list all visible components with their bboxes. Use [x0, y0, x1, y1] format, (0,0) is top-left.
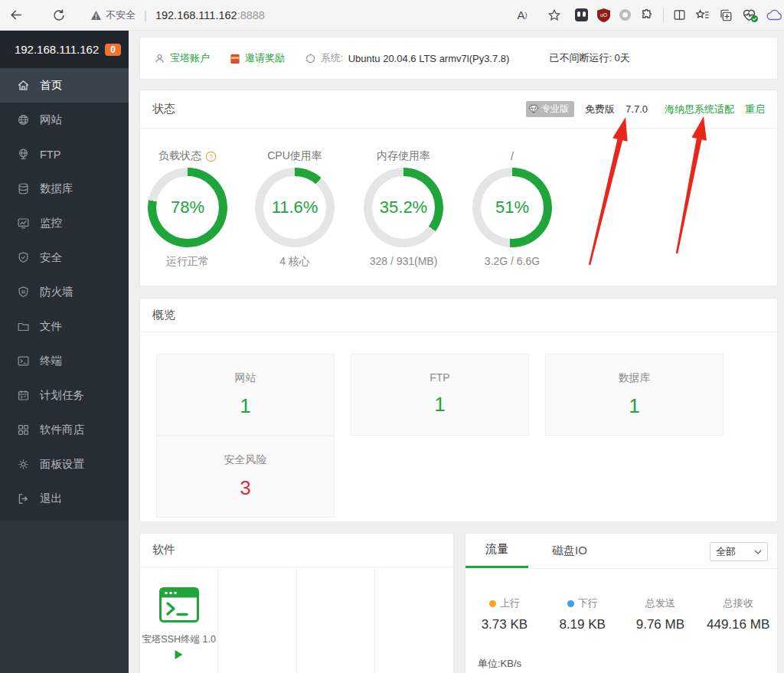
system-value: Ubuntu 20.04.6 LTS armv7l(Py3.7.8): [348, 53, 510, 64]
overview-grid: 网站 1 FTP 1 数据库 1 安全风险 3: [156, 354, 777, 518]
software-empty-cell: [218, 567, 296, 673]
gauge-label: 内存使用率: [377, 149, 430, 163]
ublock-icon[interactable]: uO: [597, 8, 610, 22]
bt-panel-dashboard: { "browser": { "security_label": "不安全", …: [0, 0, 784, 673]
sidebar-item-label: 监控: [40, 216, 62, 230]
gauge-sub: 运行正常: [140, 255, 235, 269]
extension-ring-icon[interactable]: [619, 9, 631, 21]
gauge-value: 78%: [171, 198, 204, 217]
gauge-ring: 51%: [472, 168, 552, 247]
database-icon: [17, 182, 30, 195]
traffic-tabs: 流量 磁盘IO 全部: [466, 534, 777, 569]
gauge-sub: 4 核心: [247, 255, 342, 269]
server-ip-row[interactable]: 192.168.111.162 0: [0, 31, 129, 68]
sidebar-item-home[interactable]: 首页: [0, 68, 129, 103]
invite-reward-link[interactable]: 邀请奖励: [230, 51, 285, 65]
message-count-badge[interactable]: 0: [105, 44, 121, 56]
software-card: 软件 宝塔SSH终端 1.0: [139, 533, 454, 673]
globe-icon: [17, 113, 30, 126]
split-screen-icon[interactable]: [673, 8, 686, 21]
overview-label: 数据库: [546, 371, 723, 385]
sidebar-item-security[interactable]: 安全: [0, 240, 129, 275]
stat-value: 449.16 MB: [699, 617, 777, 632]
browser-essentials-icon[interactable]: [742, 8, 756, 21]
sidebar-item-label: 首页: [40, 78, 62, 93]
sidebar-item-logout[interactable]: 退出: [0, 482, 129, 516]
address-bar[interactable]: 不安全 | 192.168.111.162:8888: [90, 8, 511, 22]
sidebar-item-ftp[interactable]: FTP: [0, 137, 129, 172]
sidebar: 192.168.111.162 0 首页 网站 FTP 数据库 监控 安全: [0, 31, 129, 673]
overview-value: 1: [546, 394, 723, 418]
pro-version-badge[interactable]: 专业版: [526, 101, 574, 117]
sidebar-item-files[interactable]: 文件: [0, 309, 129, 344]
firewall-shield-icon: [17, 286, 30, 299]
sidebar-item-label: 安全: [40, 250, 62, 265]
sidebar-item-terminal[interactable]: 终端: [0, 344, 129, 378]
url-text[interactable]: 192.168.111.162:8888: [155, 9, 265, 21]
overview-card-security-risk[interactable]: 安全风险 3: [156, 436, 335, 518]
sidebar-item-label: 计划任务: [40, 388, 84, 403]
collections-icon[interactable]: [719, 8, 733, 22]
tab-traffic[interactable]: 流量: [466, 533, 528, 568]
help-icon[interactable]: ?: [205, 151, 217, 162]
gauge-load: 负载状态 ? 78% 运行正常: [140, 149, 235, 269]
sidebar-item-cron[interactable]: 计划任务: [0, 378, 129, 413]
sidebar-item-website[interactable]: 网站: [0, 103, 129, 137]
bt-account-link[interactable]: 宝塔账户: [154, 51, 210, 65]
overview-card-website[interactable]: 网站 1: [156, 354, 335, 436]
traffic-filter-select[interactable]: 全部: [710, 542, 768, 561]
back-icon[interactable]: [5, 4, 28, 27]
stat-value: 9.76 MB: [622, 617, 700, 632]
system-info: 系统: Ubuntu 20.04.6 LTS armv7l(Py3.7.8): [305, 51, 509, 65]
software-empty-cell: [375, 567, 453, 673]
sidebar-item-appstore[interactable]: 软件商店: [0, 413, 129, 447]
read-aloud-icon[interactable]: A): [511, 4, 534, 27]
status-card: 状态 专业版 免费版 7.7.0 海纳思系统适配 重启 负载状态 ? 78% 运…: [139, 90, 778, 286]
edition-label: 免费版: [585, 103, 615, 116]
tab-disk-io[interactable]: 磁盘IO: [528, 533, 611, 568]
overview-card-database[interactable]: 数据库 1: [545, 354, 724, 436]
sidebar-item-monitor[interactable]: 监控: [0, 206, 129, 240]
cloud-icon[interactable]: [766, 9, 782, 21]
overview-card: 概览 网站 1 FTP 1 数据库 1 安全风险 3: [139, 298, 778, 522]
version-number: 7.7.0: [626, 103, 648, 115]
favorite-star-icon[interactable]: [543, 4, 566, 27]
extension-dark-icon[interactable]: [575, 8, 588, 21]
software-item-ssh-terminal[interactable]: 宝塔SSH终端 1.0: [140, 567, 218, 673]
stat-downstream: 下行 8.19 KB: [544, 596, 622, 632]
sidebar-item-label: 网站: [40, 113, 62, 127]
refresh-icon[interactable]: [47, 4, 70, 27]
server-monitor-icon: [8, 43, 8, 57]
gauge-sub: 3.2G / 6.6G: [465, 255, 560, 267]
uptime-text: 已不间断运行: 0天: [549, 51, 629, 65]
sidebar-item-database[interactable]: 数据库: [0, 172, 129, 206]
folder-icon: [17, 320, 30, 333]
site-security[interactable]: 不安全: [90, 8, 136, 22]
hinas-adapt-link[interactable]: 海纳思系统适配: [665, 103, 734, 116]
favorites-bar-icon[interactable]: [695, 8, 710, 21]
user-icon: [154, 53, 165, 64]
gauge-cpu: CPU使用率 11.6% 4 核心: [247, 149, 342, 269]
overview-card-ftp[interactable]: FTP 1: [351, 354, 529, 436]
gauge-ring: 78%: [148, 168, 227, 247]
main-content: 宝塔账户 邀请奖励 系统: Ubuntu 20.04.6 LTS armv7l(…: [129, 31, 784, 673]
diamond-icon: [528, 104, 539, 114]
traffic-unit-label: 单位:KB/s: [478, 657, 777, 671]
home-icon: [17, 79, 30, 92]
ssh-terminal-app-icon: [159, 587, 199, 622]
restart-link[interactable]: 重启: [745, 103, 765, 116]
sidebar-item-firewall[interactable]: 防火墙: [0, 275, 129, 309]
extensions-puzzle-icon[interactable]: [640, 8, 654, 22]
overview-label: FTP: [351, 371, 528, 384]
software-launch-icon[interactable]: [140, 649, 217, 660]
gauge-ring: 11.6%: [255, 168, 335, 247]
gauge-label: /: [511, 150, 514, 162]
system-label: 系统:: [321, 51, 344, 65]
software-grid: 宝塔SSH终端 1.0: [140, 567, 453, 673]
gauge-value: 11.6%: [272, 198, 318, 217]
shield-check-icon: [17, 251, 30, 264]
sidebar-item-settings[interactable]: 面板设置: [0, 447, 129, 482]
svg-text:uO: uO: [600, 12, 608, 18]
gauge-ring: 35.2%: [364, 168, 443, 247]
stat-total-received: 总接收 449.16 MB: [699, 596, 777, 632]
